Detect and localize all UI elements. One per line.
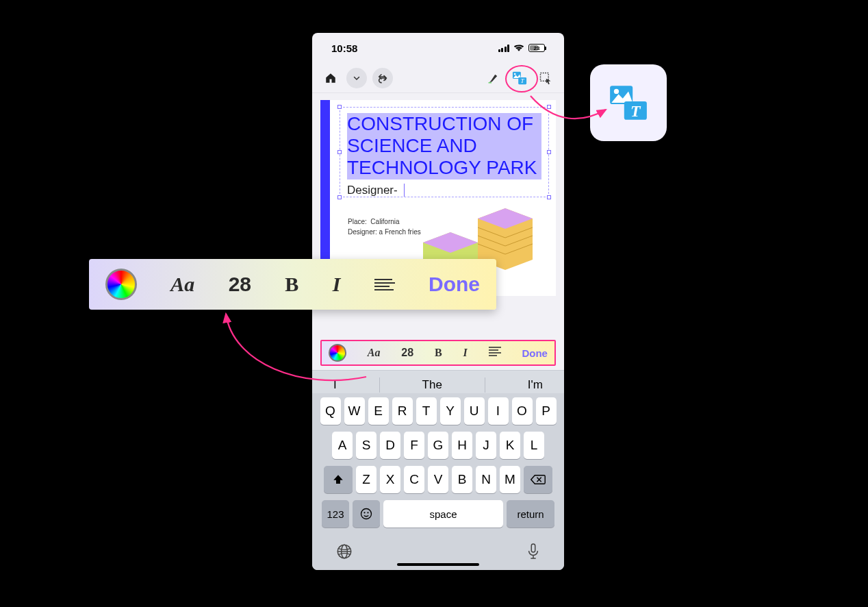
key[interactable]: V [428, 466, 448, 493]
key[interactable]: D [380, 432, 400, 459]
highlighter-tool-button[interactable] [483, 68, 504, 88]
clock: 10:58 [331, 42, 357, 54]
done-button[interactable]: Done [522, 347, 548, 359]
font-size-button[interactable]: 28 [401, 347, 413, 359]
font-size-button[interactable]: 28 [229, 273, 251, 296]
italic-button[interactable]: I [463, 347, 468, 359]
text-cursor [400, 184, 405, 197]
font-family-button[interactable]: Aa [368, 347, 381, 359]
app-toolbar: T [312, 63, 564, 93]
key[interactable]: F [404, 432, 424, 459]
resize-handle[interactable] [547, 105, 551, 109]
key[interactable]: Y [440, 397, 461, 425]
key[interactable]: L [524, 432, 544, 459]
align-button[interactable] [489, 347, 501, 359]
key[interactable]: C [404, 466, 424, 493]
key[interactable]: M [500, 466, 520, 493]
insert-object-button[interactable]: T [509, 68, 530, 88]
space-key[interactable]: space [383, 500, 503, 528]
status-bar: 10:58 23 [312, 33, 564, 63]
suggestion-item[interactable]: The [422, 378, 442, 392]
key[interactable]: E [368, 397, 389, 425]
key[interactable]: O [512, 397, 533, 425]
text-box[interactable]: CONSTRUCTION OF SCIENCE AND TECHNOLOGY P… [340, 107, 549, 197]
dictation-key[interactable] [526, 543, 541, 563]
italic-button[interactable]: I [333, 273, 341, 296]
key[interactable]: P [536, 397, 557, 425]
key[interactable]: B [452, 466, 472, 493]
undo-button[interactable] [372, 68, 393, 88]
key[interactable]: K [500, 432, 520, 459]
key[interactable]: Q [320, 397, 341, 425]
key[interactable]: S [356, 432, 376, 459]
done-button[interactable]: Done [429, 273, 480, 296]
svg-point-2 [514, 73, 516, 75]
numbers-key[interactable]: 123 [322, 500, 349, 528]
backspace-key[interactable] [524, 466, 552, 493]
home-indicator[interactable] [397, 563, 479, 566]
resize-handle[interactable] [547, 195, 551, 199]
keyboard: Q W E R T Y U I O P A S D F G H J K L Z … [312, 393, 564, 570]
resize-handle[interactable] [337, 150, 342, 154]
shift-key[interactable] [324, 466, 353, 493]
font-family-button[interactable]: Aa [170, 273, 194, 296]
suggestion-item[interactable]: I'm [528, 378, 543, 392]
title-text[interactable]: CONSTRUCTION OF SCIENCE AND TECHNOLOGY P… [347, 113, 541, 179]
key[interactable]: U [464, 397, 485, 425]
svg-rect-0 [489, 82, 492, 84]
svg-text:T: T [521, 77, 525, 84]
key[interactable]: I [488, 397, 509, 425]
key[interactable]: J [476, 432, 496, 459]
home-button[interactable] [320, 68, 341, 88]
bold-button[interactable]: B [435, 347, 442, 359]
bold-button[interactable]: B [285, 273, 298, 296]
key[interactable]: W [344, 397, 365, 425]
svg-text:T: T [630, 102, 641, 120]
key[interactable]: A [332, 432, 353, 459]
resize-handle[interactable] [337, 195, 342, 199]
key[interactable]: Z [356, 466, 376, 493]
svg-rect-3 [518, 77, 526, 84]
format-toolbar-callout: Aa 28 B I Done [89, 259, 496, 310]
resize-handle[interactable] [337, 105, 342, 109]
svg-rect-1 [513, 71, 521, 78]
svg-point-23 [363, 512, 365, 513]
svg-point-22 [361, 509, 372, 519]
globe-key[interactable] [335, 543, 353, 563]
status-icons: 23 [498, 42, 546, 54]
key[interactable]: N [476, 466, 496, 493]
color-picker-button[interactable] [105, 269, 137, 300]
key[interactable]: R [392, 397, 413, 425]
color-picker-button[interactable] [329, 344, 346, 362]
svg-point-24 [367, 512, 368, 513]
resize-handle[interactable] [547, 150, 551, 154]
svg-point-30 [614, 89, 619, 94]
insert-object-icon-callout: T [590, 64, 667, 141]
navigate-down-button[interactable] [346, 68, 367, 88]
key[interactable]: X [380, 466, 400, 493]
suggestion-item[interactable]: I [333, 378, 337, 392]
align-button[interactable] [374, 279, 395, 290]
wifi-icon [513, 42, 524, 54]
key[interactable]: G [428, 432, 448, 459]
battery-icon: 23 [528, 44, 545, 52]
format-toolbar: Aa 28 B I Done [320, 340, 556, 366]
return-key[interactable]: return [507, 500, 554, 528]
emoji-key[interactable] [353, 500, 380, 528]
lasso-select-button[interactable] [535, 68, 556, 88]
cellular-icon [498, 44, 510, 52]
key[interactable]: H [452, 432, 472, 459]
key[interactable]: T [416, 397, 437, 425]
subtitle-text[interactable]: Designer- [347, 184, 541, 197]
svg-rect-28 [531, 544, 535, 552]
